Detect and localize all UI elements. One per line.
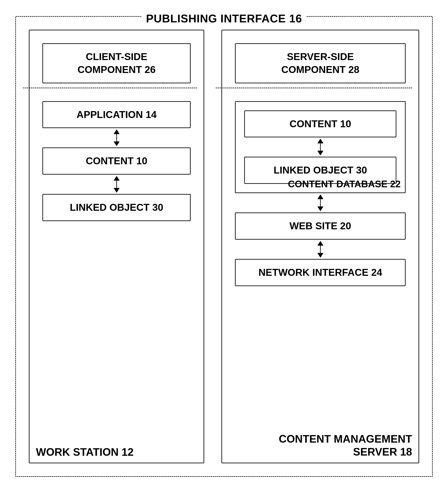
content-left-box: CONTENT 10 bbox=[42, 147, 191, 175]
arrow-content-linkedobj bbox=[42, 175, 191, 194]
arrow-contentdb-website bbox=[235, 193, 406, 213]
server-column: SERVER-SIDE COMPONENT 28 CONTENT 10 LINK… bbox=[221, 30, 419, 463]
content-database-label: CONTENT DATABASE 22 bbox=[288, 179, 401, 190]
publishing-interface-box: PUBLISHING INTERFACE 16 CLIENT-SIDE COMP… bbox=[15, 16, 433, 477]
network-interface-box: NETWORK INTERFACE 24 bbox=[235, 259, 406, 286]
workstation-column: CLIENT-SIDE COMPONENT 26 APPLICATION 14 … bbox=[29, 30, 204, 463]
pub-interface-divider-right bbox=[216, 88, 412, 88]
diagram-root: PUBLISHING INTERFACE 16 CLIENT-SIDE COMP… bbox=[11, 12, 437, 481]
arrow-application-content bbox=[42, 128, 191, 147]
workstation-label: WORK STATION 12 bbox=[36, 446, 134, 458]
arrowhead-down-2 bbox=[114, 188, 120, 193]
content-right-box: CONTENT 10 bbox=[244, 111, 396, 138]
application-box: APPLICATION 14 bbox=[42, 101, 191, 128]
linked-object-left-box: LINKED OBJECT 30 bbox=[42, 194, 191, 221]
publishing-interface-label: PUBLISHING INTERFACE 16 bbox=[142, 12, 306, 25]
server-side-component-box: SERVER-SIDE COMPONENT 28 bbox=[235, 43, 406, 83]
web-site-box: WEB SITE 20 bbox=[235, 213, 406, 240]
content-database-section: CONTENT 10 LINKED OBJECT 30 CONTENT DATA… bbox=[235, 101, 406, 193]
arrowhead-down-r3 bbox=[317, 253, 323, 258]
arrow-content-linkedobj-right bbox=[244, 137, 396, 157]
server-label: CONTENT MANAGEMENT SERVER 18 bbox=[279, 433, 412, 458]
arrow-website-network bbox=[235, 240, 406, 259]
columns-container: CLIENT-SIDE COMPONENT 26 APPLICATION 14 … bbox=[29, 30, 419, 463]
arrowhead-down-r1 bbox=[317, 151, 323, 156]
client-side-component-box: CLIENT-SIDE COMPONENT 26 bbox=[42, 43, 191, 83]
arrowhead-down-r2 bbox=[317, 206, 323, 211]
arrowhead-down bbox=[114, 141, 120, 146]
pub-interface-divider-left bbox=[23, 88, 197, 88]
